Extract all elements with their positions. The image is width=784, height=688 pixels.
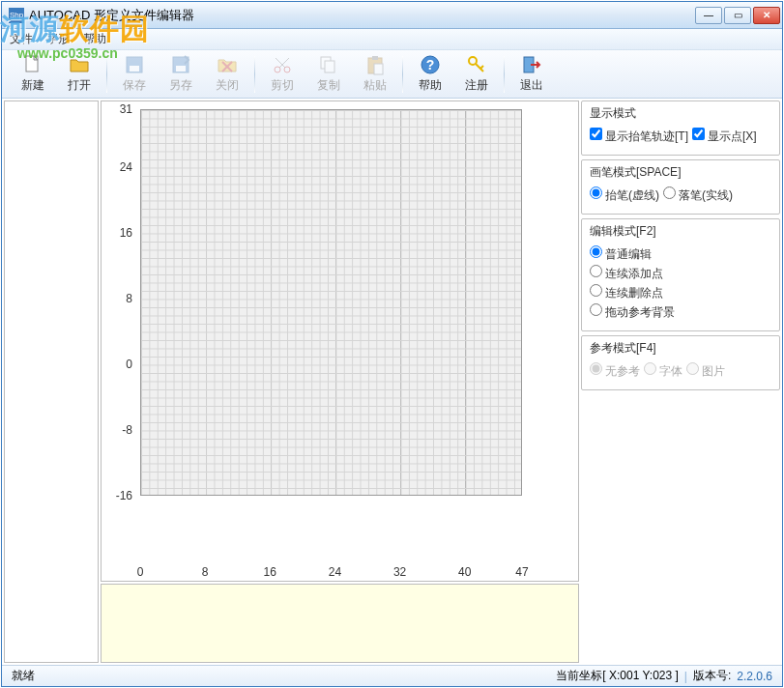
svg-rect-5 (176, 66, 186, 72)
folder-close-icon (217, 54, 238, 75)
pen-mode-group: 画笔模式[SPACE] 抬笔(虚线) 落笔(实线) (581, 159, 780, 215)
svg-line-21 (480, 66, 483, 69)
edit-add-radio[interactable]: 连续添加点 (590, 265, 663, 282)
svg-rect-3 (130, 66, 139, 72)
register-button[interactable]: 注册 (453, 52, 500, 97)
edit-del-radio[interactable]: 连续删除点 (590, 284, 663, 301)
pen-down-radio[interactable]: 落笔(实线) (663, 186, 733, 204)
shape-list-panel[interactable] (4, 100, 99, 663)
folder-open-icon (69, 54, 90, 75)
app-icon: Shp (9, 8, 24, 23)
paste-icon (364, 54, 386, 75)
y-axis-labels: 31 24 16 8 0 -8 -16 (107, 109, 136, 496)
new-file-icon (22, 54, 44, 75)
svg-point-19 (469, 57, 477, 65)
copy-icon (318, 54, 339, 75)
svg-rect-16 (374, 64, 383, 74)
status-version-label: 版本号: (693, 668, 731, 684)
copy-button: 复制 (305, 52, 352, 97)
scissors-icon (272, 54, 293, 75)
app-window: Shp AUTOCAD 形定义文件编辑器 — ▭ ✕ 文件 字形 帮助 新建 打… (1, 1, 783, 687)
status-ready: 就绪 (12, 668, 35, 684)
grid-canvas[interactable]: 31 24 16 8 0 -8 -16 0 8 16 24 32 40 47 (101, 100, 579, 582)
help-button[interactable]: ? 帮助 (407, 52, 453, 97)
window-title: AUTOCAD 形定义文件编辑器 (29, 7, 695, 24)
output-panel[interactable] (101, 584, 579, 663)
save-button: 保存 (111, 52, 158, 97)
close-button[interactable]: ✕ (753, 7, 780, 24)
close-file-button: 关闭 (204, 52, 250, 97)
maximize-button[interactable]: ▭ (724, 7, 751, 24)
reference-mode-group: 参考模式[F4] 无参考 字体 图片 (581, 335, 780, 390)
key-icon (466, 54, 487, 75)
content-area: 31 24 16 8 0 -8 -16 0 8 16 24 32 40 47 (2, 99, 782, 665)
x-axis-labels: 0 8 16 24 32 40 47 (140, 565, 522, 579)
ref-image-radio: 图片 (686, 362, 725, 380)
statusbar: 就绪 当前坐标[ X:001 Y:023 ] | 版本号: 2.2.0.6 (2, 665, 782, 686)
edit-mode-group: 编辑模式[F2] 普通编辑 连续添加点 连续删除点 拖动参考背景 (581, 218, 780, 331)
status-coordinates: 当前坐标[ X:001 Y:023 ] (556, 668, 679, 684)
toolbar: 新建 打开 保存 另存 关闭 剪切 复制 粘贴 (2, 50, 782, 99)
svg-rect-15 (372, 56, 378, 60)
exit-button[interactable]: 退出 (508, 52, 555, 97)
status-version: 2.2.0.6 (737, 670, 772, 683)
svg-text:?: ? (426, 57, 435, 72)
paste-button: 粘贴 (352, 52, 398, 97)
show-point-checkbox[interactable]: 显示点[X] (692, 128, 757, 145)
menu-file[interactable]: 文件 (10, 31, 33, 47)
menubar: 文件 字形 帮助 (2, 29, 782, 50)
ref-none-radio: 无参考 (590, 362, 640, 380)
open-button[interactable]: 打开 (56, 52, 102, 97)
display-mode-group: 显示模式 显示抬笔轨迹[T] 显示点[X] (581, 100, 780, 156)
pen-up-radio[interactable]: 抬笔(虚线) (590, 186, 659, 204)
options-panel: 显示模式 显示抬笔轨迹[T] 显示点[X] 画笔模式[SPACE] 抬笔(虚线)… (581, 100, 780, 663)
menu-help[interactable]: 帮助 (83, 31, 106, 47)
new-button[interactable]: 新建 (10, 52, 56, 97)
save-icon (124, 54, 145, 75)
ref-font-radio: 字体 (644, 362, 682, 380)
help-icon: ? (420, 54, 441, 75)
edit-normal-radio[interactable]: 普通编辑 (590, 245, 652, 263)
minimize-button[interactable]: — (695, 7, 722, 24)
edit-drag-radio[interactable]: 拖动参考背景 (590, 303, 675, 321)
titlebar: Shp AUTOCAD 形定义文件编辑器 — ▭ ✕ (2, 2, 782, 29)
menu-shape[interactable]: 字形 (46, 31, 70, 47)
exit-icon (521, 54, 542, 75)
show-trajectory-checkbox[interactable]: 显示抬笔轨迹[T] (590, 128, 688, 145)
saveas-button: 另存 (158, 52, 204, 97)
cut-button: 剪切 (259, 52, 305, 97)
saveas-icon (170, 54, 191, 75)
svg-rect-13 (325, 61, 334, 72)
